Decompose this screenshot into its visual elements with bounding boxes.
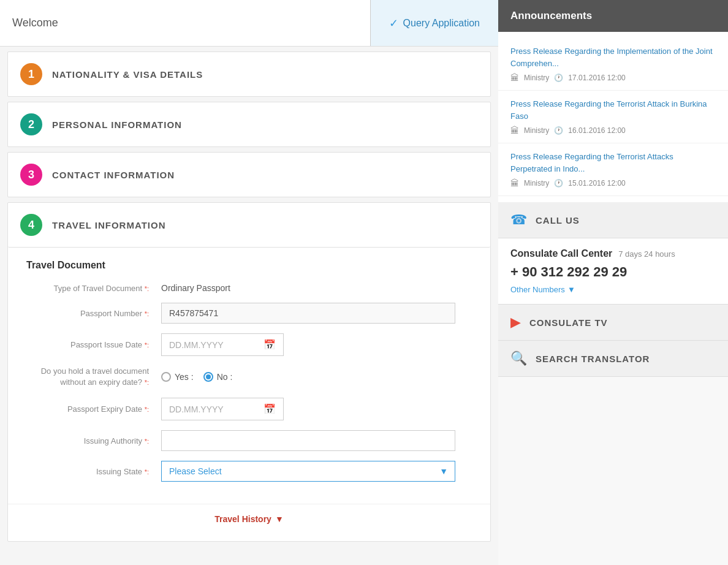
consulate-tv-label: CONSULATE TV <box>529 317 608 328</box>
no-label: No : <box>217 372 233 382</box>
ministry-icon-3: 🏛 <box>510 178 519 188</box>
ministry-icon-1: 🏛 <box>510 73 519 83</box>
query-tab-label: Query Application <box>403 18 480 29</box>
no-radio[interactable]: No : <box>203 372 233 382</box>
announcement-item-1[interactable]: Press Release Regarding the Implementati… <box>498 38 728 91</box>
no-radio-circle <box>203 372 213 382</box>
time-icon-2: 🕐 <box>554 126 563 135</box>
call-center-name: Consulate Call Center <box>510 248 612 259</box>
announcement-link-2[interactable]: Press Release Regarding the Terrorist At… <box>510 98 716 122</box>
announcement-source-1: Ministry <box>524 74 549 82</box>
type-value: Ordinary Passport <box>161 283 230 293</box>
expiry-question-row: Do you hold a travel document without an… <box>26 366 472 388</box>
issuing-state-label: Issuing State *: <box>26 467 161 476</box>
passport-expiry-date-input[interactable]: DD.MM.YYYY 📅 <box>161 398 284 420</box>
yes-radio[interactable]: Yes : <box>161 372 194 382</box>
issuing-authority-label: Issuing Authority *: <box>26 436 161 446</box>
travel-history-button[interactable]: Travel History ▼ <box>214 514 283 524</box>
welcome-text: Welcome <box>0 0 370 46</box>
passport-issue-date-label: Passport Issue Date *: <box>26 340 161 349</box>
call-center-hours: 7 days 24 hours <box>618 249 675 259</box>
youtube-icon: ▶ <box>510 314 521 330</box>
passport-number-label: Passport Number *: <box>26 309 161 318</box>
chevron-down-icon: ▼ <box>275 514 284 524</box>
step-3-circle: 3 <box>20 164 42 186</box>
consulate-tv-item[interactable]: ▶ CONSULATE TV <box>498 305 728 341</box>
yes-label: Yes : <box>175 372 194 382</box>
issuing-authority-row: Issuing Authority *: <box>26 430 472 451</box>
chevron-down-icon-other: ▼ <box>567 285 575 294</box>
phone-icon: ☎ <box>510 212 527 228</box>
type-label: Type of Travel Document *: <box>26 284 161 293</box>
check-icon: ✓ <box>389 17 398 30</box>
step-4-circle: 4 <box>20 214 42 236</box>
welcome-label: Welcome <box>12 17 58 29</box>
announcement-date-3: 15.01.2016 12:00 <box>568 179 625 188</box>
issuing-state-select-wrap: Please Select ▼ <box>161 461 455 482</box>
step-1-circle: 1 <box>20 63 42 85</box>
announcement-link-1[interactable]: Press Release Regarding the Implementati… <box>510 45 716 69</box>
announcement-meta-1: 🏛 Ministry 🕐 17.01.2016 12:00 <box>510 73 716 83</box>
expiry-question-label: Do you hold a travel document without an… <box>26 366 161 388</box>
type-of-travel-doc-row: Type of Travel Document *: Ordinary Pass… <box>26 283 472 293</box>
travel-document-title: Travel Document <box>8 248 490 277</box>
step-2-personal[interactable]: 2 PERSONAL INFORMATION <box>7 102 491 147</box>
step-1-label: NATIONALITY & VISA DETAILS <box>52 69 203 80</box>
other-numbers-toggle[interactable]: Other Numbers ▼ <box>510 285 716 294</box>
top-nav: Welcome ✓ Query Application <box>0 0 498 47</box>
yes-radio-circle <box>161 372 171 382</box>
ministry-icon-2: 🏛 <box>510 126 519 135</box>
step-2-label: PERSONAL INFORMATION <box>52 119 182 130</box>
announcement-meta-2: 🏛 Ministry 🕐 16.01.2016 12:00 <box>510 126 716 135</box>
announcements-header: Announcements <box>498 0 728 32</box>
call-us-label: CALL US <box>536 215 580 226</box>
announcements-list: Press Release Regarding the Implementati… <box>498 32 728 202</box>
announcement-meta-3: 🏛 Ministry 🕐 15.01.2016 12:00 <box>510 178 716 188</box>
issuing-state-row: Issuing State *: Please Select ▼ <box>26 461 472 482</box>
passport-number-input[interactable] <box>161 303 455 324</box>
call-us-header[interactable]: ☎ CALL US <box>498 202 728 238</box>
announcement-source-2: Ministry <box>524 126 549 135</box>
issuing-authority-input[interactable] <box>161 430 455 451</box>
step-3-label: CONTACT INFORMATION <box>52 170 175 180</box>
travel-document-form: Type of Travel Document *: Ordinary Pass… <box>8 277 490 498</box>
step-3-contact[interactable]: 3 CONTACT INFORMATION <box>7 152 491 197</box>
time-icon-3: 🕐 <box>554 179 563 188</box>
search-icon: 🔍 <box>510 351 527 366</box>
announcement-item-3[interactable]: Press Release Regarding the Terrorist At… <box>498 143 728 196</box>
passport-number-row: Passport Number *: <box>26 303 472 324</box>
travel-history-row: Travel History ▼ <box>8 504 490 529</box>
step-4-label: TRAVEL INFORMATION <box>52 220 166 230</box>
phone-number: + 90 312 292 29 29 <box>510 264 716 280</box>
announcement-date-2: 16.01.2016 12:00 <box>568 126 625 135</box>
search-translator-label: SEARCH TRANSLATOR <box>536 354 650 364</box>
passport-expiry-date-row: Passport Expiry Date *: DD.MM.YYYY 📅 <box>26 398 472 420</box>
steps-container: 1 NATIONALITY & VISA DETAILS 2 PERSONAL … <box>0 51 498 542</box>
call-center-info: Consulate Call Center 7 days 24 hours <box>510 248 716 259</box>
step-2-circle: 2 <box>20 113 42 135</box>
query-application-tab[interactable]: ✓ Query Application <box>370 0 498 46</box>
passport-expiry-date-label: Passport Expiry Date *: <box>26 404 161 414</box>
expiry-radio-group: Yes : No : <box>161 372 232 382</box>
calendar-icon-expiry[interactable]: 📅 <box>264 403 276 415</box>
call-us-section: Consulate Call Center 7 days 24 hours + … <box>498 238 728 305</box>
passport-issue-date-input[interactable]: DD.MM.YYYY 📅 <box>161 333 284 356</box>
issuing-state-select[interactable]: Please Select <box>161 461 455 482</box>
time-icon-1: 🕐 <box>554 74 563 82</box>
step-1-nationality[interactable]: 1 NATIONALITY & VISA DETAILS <box>7 51 491 97</box>
step-4-travel-section: 4 TRAVEL INFORMATION Travel Document Typ… <box>7 202 491 542</box>
announcement-source-3: Ministry <box>524 179 549 188</box>
calendar-icon[interactable]: 📅 <box>264 339 276 351</box>
sidebar: Announcements Press Release Regarding th… <box>498 0 728 565</box>
search-translator-item[interactable]: 🔍 SEARCH TRANSLATOR <box>498 341 728 377</box>
announcement-item-2[interactable]: Press Release Regarding the Terrorist At… <box>498 91 728 143</box>
passport-issue-date-row: Passport Issue Date *: DD.MM.YYYY 📅 <box>26 333 472 356</box>
step-4-travel[interactable]: 4 TRAVEL INFORMATION <box>8 203 490 248</box>
announcement-link-3[interactable]: Press Release Regarding the Terrorist At… <box>510 151 716 175</box>
announcement-date-1: 17.01.2016 12:00 <box>568 74 625 82</box>
